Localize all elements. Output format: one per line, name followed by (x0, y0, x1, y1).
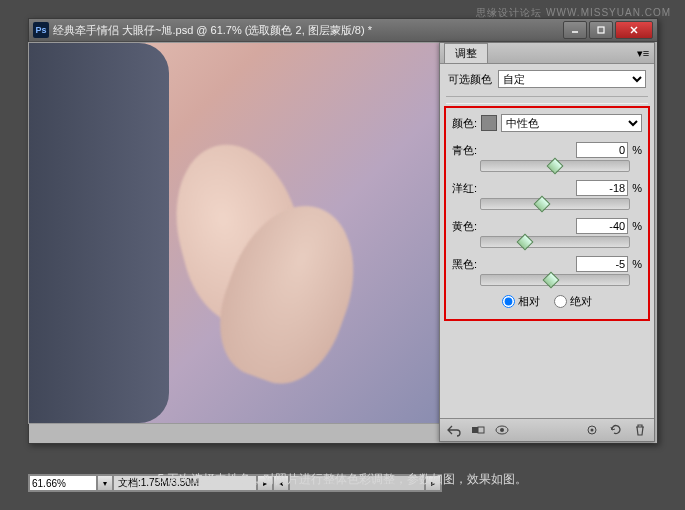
radio-absolute-input[interactable] (554, 295, 567, 308)
caption-text: 5.再次选择中性色，对照片进行整体色彩调整，参数如图，效果如图。 (0, 471, 685, 488)
color-select[interactable]: 中性色 (501, 114, 642, 132)
slider-label: 洋红: (452, 181, 480, 196)
close-button[interactable] (615, 21, 653, 39)
slider-row: 青色:% (452, 142, 642, 172)
svg-point-7 (500, 428, 504, 432)
back-icon[interactable] (446, 422, 462, 438)
percent-label: % (632, 220, 642, 232)
maximize-button[interactable] (589, 21, 613, 39)
radio-relative[interactable]: 相对 (502, 294, 540, 309)
slider-track[interactable] (480, 198, 630, 210)
slider-thumb[interactable] (517, 234, 534, 251)
slider-value-input[interactable] (576, 218, 628, 234)
preset-row: 可选颜色 自定 (440, 64, 654, 94)
slider-thumb[interactable] (533, 196, 550, 213)
radio-relative-input[interactable] (502, 295, 515, 308)
window-title: 经典牵手情侣 大眼仔~旭.psd @ 61.7% (选取颜色 2, 图层蒙版/8… (53, 23, 561, 38)
slider-label: 黄色: (452, 219, 480, 234)
slider-label: 黑色: (452, 257, 480, 272)
svg-rect-4 (472, 427, 478, 433)
reset-icon[interactable] (608, 422, 624, 438)
slider-thumb[interactable] (547, 158, 564, 175)
percent-label: % (632, 144, 642, 156)
color-swatch (481, 115, 497, 131)
slider-value-input[interactable] (576, 142, 628, 158)
svg-rect-1 (598, 27, 604, 33)
canvas[interactable] (28, 42, 442, 424)
svg-point-9 (591, 429, 594, 432)
slider-row: 黑色:% (452, 256, 642, 286)
toggle-icon[interactable] (470, 422, 486, 438)
preset-label: 可选颜色 (448, 72, 492, 87)
minimize-button[interactable] (563, 21, 587, 39)
slider-track[interactable] (480, 274, 630, 286)
slider-thumb[interactable] (542, 272, 559, 289)
image-content (28, 43, 169, 423)
trash-icon[interactable] (632, 422, 648, 438)
clip-icon[interactable] (584, 422, 600, 438)
slider-value-input[interactable] (576, 256, 628, 272)
adjustments-panel: 调整 ▾≡ 可选颜色 自定 颜色: 中性色 青色:%洋红:%黄色:%黑色:% 相… (439, 42, 655, 442)
titlebar: Ps 经典牵手情侣 大眼仔~旭.psd @ 61.7% (选取颜色 2, 图层蒙… (29, 19, 657, 42)
panel-tabbar: 调整 ▾≡ (440, 43, 654, 64)
method-radios: 相对 绝对 (452, 294, 642, 309)
preset-select[interactable]: 自定 (498, 70, 646, 88)
visibility-icon[interactable] (494, 422, 510, 438)
slider-row: 洋红:% (452, 180, 642, 210)
slider-value-input[interactable] (576, 180, 628, 196)
slider-track[interactable] (480, 236, 630, 248)
panel-menu-icon[interactable]: ▾≡ (636, 46, 650, 60)
separator (446, 96, 648, 104)
tab-adjustments[interactable]: 调整 (444, 43, 488, 63)
slider-label: 青色: (452, 143, 480, 158)
photoshop-icon: Ps (33, 22, 49, 38)
color-label: 颜色: (452, 116, 477, 131)
color-row: 颜色: 中性色 (452, 114, 642, 132)
slider-row: 黄色:% (452, 218, 642, 248)
slider-track[interactable] (480, 160, 630, 172)
svg-rect-5 (478, 427, 484, 433)
panel-footer (440, 418, 654, 441)
percent-label: % (632, 258, 642, 270)
percent-label: % (632, 182, 642, 194)
highlighted-settings: 颜色: 中性色 青色:%洋红:%黄色:%黑色:% 相对 绝对 (444, 106, 650, 321)
radio-absolute[interactable]: 绝对 (554, 294, 592, 309)
